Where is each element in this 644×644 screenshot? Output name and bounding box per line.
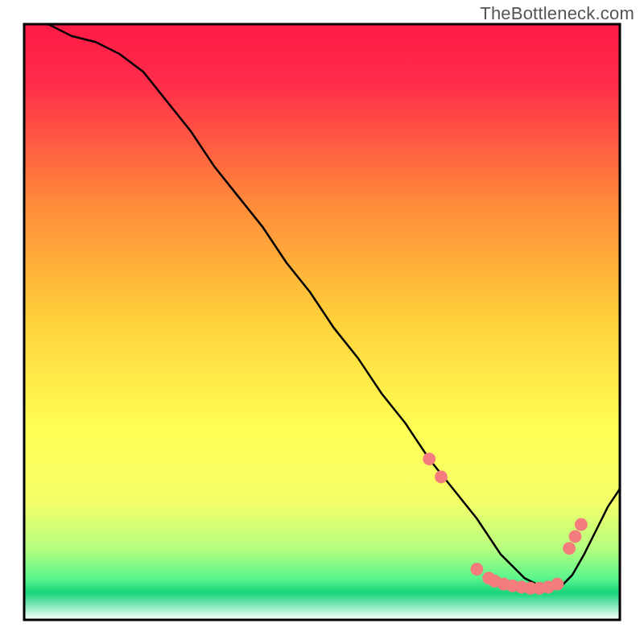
watermark-text: TheBottleneck.com [480,3,634,24]
bottleneck-chart [0,0,644,644]
highlight-dot [563,542,576,555]
chart-container: TheBottleneck.com [0,0,644,644]
highlight-dot [569,530,582,543]
gradient-background [24,24,620,620]
highlight-dot [575,518,588,531]
highlight-dot [435,470,448,483]
highlight-dot [470,563,483,576]
highlight-dot [423,452,436,465]
highlight-dot [551,578,564,591]
